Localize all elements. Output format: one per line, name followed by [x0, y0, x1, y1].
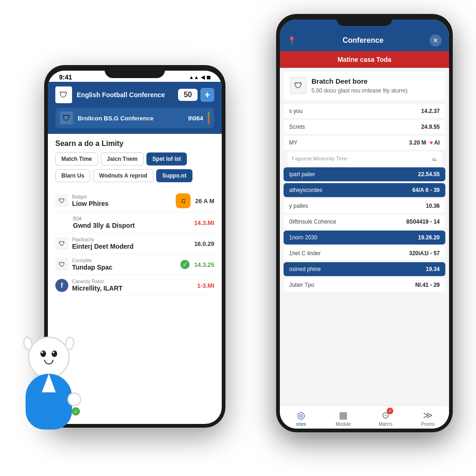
counter-area: 50 +: [178, 88, 214, 102]
proms-label: Proms: [421, 422, 435, 427]
list-title-1: Liow Phires: [72, 200, 171, 207]
stat-row-tpo: Juber Tpo NI.41 - 29: [284, 278, 445, 292]
proms-icon: ≫: [423, 410, 433, 421]
list-text-3: Plardrachy Einterj Deet Moderd: [72, 237, 190, 250]
stat-value-2030: 19.26.20: [418, 234, 440, 241]
phone2-close-button[interactable]: ✕: [430, 34, 442, 46]
list-check-icon-4: ✓: [180, 260, 190, 269]
list-shield-icon-4: 🛡: [55, 258, 68, 271]
mascot-mouth: [44, 360, 53, 364]
mascot-eye-left: [40, 350, 46, 357]
tab-proms[interactable]: ≫ Proms: [407, 410, 449, 427]
list-category-2: B0A: [73, 216, 190, 221]
counter-value: 50: [178, 89, 198, 101]
mascot-fist: [67, 392, 81, 406]
stat-row-you: s you 14.2.37: [284, 104, 445, 118]
battery-icon: ◼: [206, 74, 211, 80]
tab-wodnuts[interactable]: Wodnuts A reprod: [93, 169, 153, 182]
phone2-title: Conference: [343, 36, 383, 45]
phone2-red-banner: Matine casa Toda: [280, 51, 449, 68]
stat-row-cinder: 1het C iinder 320iA1I - 57: [284, 246, 445, 260]
list-category-3: Plardrachy: [72, 237, 190, 242]
list-title-3: Einterj Deet Moderd: [72, 243, 190, 250]
phone2-search-input[interactable]: Faguese Mintrvnlly Time: [292, 156, 429, 161]
stat-value-atheyscordes: 64/A 6 - 39: [412, 187, 440, 193]
module-label: Module: [336, 422, 351, 427]
mascot: ✓: [14, 337, 84, 430]
wifi-icon: ◀: [201, 74, 205, 80]
phone1-notch: [105, 65, 165, 78]
tab-support[interactable]: Suppо.nt: [156, 169, 192, 182]
list-shield-icon-3: 🛡: [55, 237, 68, 250]
list-category-1: Badget: [72, 194, 171, 199]
list-value-2: 14.3.MI: [194, 219, 214, 226]
phone2-search-row: Faguese Mintrvnlly Time ⎁: [287, 152, 442, 165]
list-item-tundap[interactable]: 🛡 Connptite Tundap Spac ✓ 14.3.25: [55, 254, 214, 275]
stat-label-ipart: ipart palier: [289, 171, 315, 178]
phone1-status-icons: ▲▲ ◀ ◼: [189, 74, 211, 80]
tab-jaicn-tnem[interactable]: Jaicn Tnem: [101, 152, 144, 165]
ories-label: ories: [296, 422, 306, 427]
list-item-micrellity[interactable]: f Canacby Ratior Micrellity, ILART 1-3.M…: [55, 275, 214, 296]
list-fb-icon-5: f: [55, 279, 68, 292]
stat-row-2030: 1norn 2030 19.26.20: [284, 231, 445, 245]
stat-label-cohence: 0liftinsule Cohence: [289, 218, 336, 225]
stat-label-atheyscordes: atheyscordes: [289, 187, 322, 193]
phone2-stats: s you 14.2.37 Screts 24.9.55 MY 3.20 M ♥…: [280, 104, 449, 294]
tab-ories[interactable]: ◎ ories: [280, 410, 322, 427]
tab-blarn-us[interactable]: Blarn Us: [55, 169, 90, 182]
stat-value-cinder: 320iA1I - 57: [409, 250, 440, 257]
counter-plus-button[interactable]: +: [200, 88, 214, 102]
list-item-einter[interactable]: 🛡 Plardrachy Einterj Deet Moderd 16.0.29: [55, 233, 214, 254]
phone2-bottom-tabs: ◎ ories ▦ Module ⊙ Matтrs ≫ Proms: [280, 405, 449, 429]
list-item-gwnd[interactable]: B0A Gwnd 3lly & Disport 14.3.MI: [55, 212, 214, 233]
phone1-header: 🛡 English Football Conference 50 + 🛡 Bro…: [48, 82, 222, 134]
tab-match-time[interactable]: Match Time: [55, 152, 98, 165]
list-text-5: Canacby Ratior Micrellity, ILART: [72, 279, 192, 292]
stat-label-you: s you: [289, 108, 303, 114]
phone2-screen: 📍 Conference ✕ Matine casa Toda 🛡 Bratch…: [280, 20, 449, 429]
matrs-icon: ⊙: [382, 410, 390, 420]
phone2-match-shield-icon: 🛡: [290, 77, 307, 94]
stat-value-my: 3.20 M ♥ AI: [409, 139, 440, 146]
list-text-2: B0A Gwnd 3lly & Disport: [55, 216, 190, 229]
list-shield-icon-1: 🛡: [55, 194, 68, 207]
league-name: English Football Conference: [77, 91, 165, 99]
score-value: 9\064: [188, 115, 203, 122]
list-item-liow[interactable]: 🛡 Badget Liow Phires ♫ 26 A M: [55, 190, 214, 212]
mascot-eyes: [40, 350, 57, 357]
list-value-1: 26 A M: [195, 198, 214, 205]
list-category-5: Canacby Ratior: [72, 279, 192, 284]
list-value-5: 1-3.MI: [197, 282, 214, 289]
stat-label-ypalles: y palles: [289, 203, 308, 209]
phone1-header-row1: 🛡 English Football Conference 50 +: [55, 86, 214, 103]
phone1-list: 🛡 Badget Liow Phires ♫ 26 A M B0A G: [48, 190, 222, 296]
stat-label-my: MY: [289, 139, 298, 146]
phone1-time: 9:41: [59, 73, 72, 81]
tab-module[interactable]: ▦ Module: [322, 410, 364, 427]
list-item-tundap-left: 🛡 Connptite Tundap Spac: [55, 258, 176, 271]
stat-value-ypalles: 10.36: [426, 203, 440, 209]
phone2-header-icon: 📍: [287, 36, 297, 45]
tab-spet-lof-ist[interactable]: Spet lof ist: [146, 152, 187, 165]
list-title-4: Tundap Spac: [72, 264, 176, 271]
mascot-head: [28, 337, 70, 378]
list-item-liow-left: 🛡 Badget Liow Phires: [55, 194, 171, 207]
matrs-label: Matтrs: [379, 422, 393, 427]
list-item-gwnd-left: B0A Gwnd 3lly & Disport: [55, 216, 190, 229]
matrs-badge-wrapper: ⊙: [382, 410, 390, 421]
list-title-5: Micrellity, ILART: [72, 284, 192, 292]
mascot-collar: [42, 374, 56, 392]
tab-matrs[interactable]: ⊙ Matтrs: [364, 410, 407, 427]
list-text-1: Badget Liow Phires: [72, 194, 171, 207]
phone2-match-card: 🛡 Bratch Deet bore 5.00 doou glast nou i…: [284, 72, 445, 100]
search-title: Searn a do a Limity: [55, 139, 214, 148]
stat-row-atheyscordes: atheyscordes 64/A 6 - 39: [284, 183, 445, 197]
league-shield-icon: 🛡: [55, 86, 72, 103]
underline-icon: ⎁: [432, 154, 437, 163]
list-orange-icon-1: ♫: [176, 193, 191, 208]
stat-label-tpo: Juber Tpo: [289, 282, 314, 288]
phone2: 📍 Conference ✕ Matine casa Toda 🛡 Bratch…: [276, 14, 453, 432]
mascot-check-badge: ✓: [72, 407, 80, 416]
stat-value-ipart: 22.54.55: [418, 171, 440, 178]
